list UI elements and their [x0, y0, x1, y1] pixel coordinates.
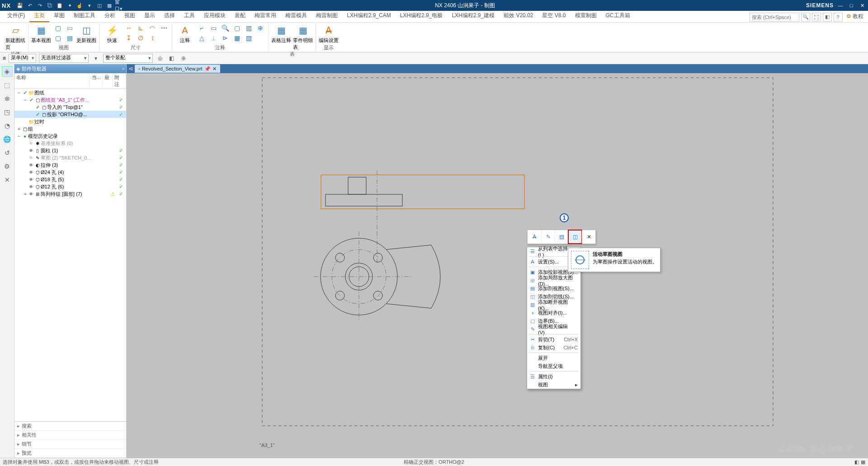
tree-row[interactable]: −●模型历史记录 [14, 132, 126, 140]
gd-icon[interactable]: ⌐ [197, 24, 207, 33]
save-icon[interactable]: 💾 [15, 1, 24, 10]
selection-filter-dropdown[interactable]: 无选择过滤器 [39, 54, 89, 63]
touch-icon[interactable]: ☝ [75, 1, 84, 10]
context-menu-item[interactable]: ◎添加局部放大图(D)... [527, 276, 580, 284]
new-sheet-button[interactable]: ▱新建图纸页 [5, 24, 25, 51]
search-go-icon[interactable]: 🔍 [801, 13, 810, 22]
status-icon-1[interactable]: ◧ [854, 459, 859, 465]
context-menu-item[interactable]: 导航至父项 [527, 362, 580, 370]
radial-btn-0[interactable]: A̶ [528, 230, 541, 244]
tab-lxh-model[interactable]: LXH编程2.9_建模 [447, 10, 499, 22]
tab-assembly[interactable]: 装配 [230, 10, 250, 22]
window-list-icon[interactable]: ▦ [105, 1, 114, 10]
tree-row[interactable]: 👁⬡Ø12 孔 (6)✓ [14, 183, 126, 190]
dim-more-icon[interactable]: ⋯ [159, 24, 169, 33]
minimize-button[interactable]: — [836, 1, 844, 9]
img-icon[interactable]: ▥ [244, 24, 254, 33]
col-c1[interactable]: 当... [90, 73, 103, 89]
tab-mlc3[interactable]: 梅雷制图 [311, 10, 342, 22]
tab-lxh-elec[interactable]: LXH编程2.9_电极 [396, 10, 448, 22]
dim-linear-icon[interactable]: ↔ [124, 24, 134, 33]
aux-view-icon[interactable]: ▢ [53, 33, 63, 42]
pin-icon[interactable]: 📌 [204, 66, 211, 72]
tab-mlc2[interactable]: 梅雷模具 [281, 10, 311, 22]
tab-prev-icon[interactable]: ⊲ [128, 66, 133, 72]
tree-row[interactable]: ✓▢投影 "ORTHO@...✓ [14, 111, 126, 118]
rect-icon[interactable]: ▢ [232, 24, 242, 33]
target-icon[interactable]: ⊕ [255, 24, 265, 33]
weld-icon[interactable]: ⟂ [208, 33, 218, 42]
radial-btn-1[interactable]: ✎ [541, 230, 555, 244]
table-note-button[interactable]: ▦表格注释 [271, 24, 291, 44]
tree-row[interactable]: 📁过时 [14, 118, 126, 125]
tab-drawing2[interactable]: 模室制图 [571, 10, 601, 22]
assembly-filter-dropdown[interactable]: 整个装配 [103, 54, 153, 63]
qa-icon[interactable]: ✦ [65, 1, 74, 10]
navigator-pin-icon[interactable]: ▫ [123, 66, 124, 71]
col-c2[interactable]: 最 [103, 73, 113, 89]
tab-mlc1[interactable]: 梅雷常用 [250, 10, 281, 22]
help-icon[interactable]: ? [834, 13, 843, 22]
copy-icon[interactable]: ⿻ [45, 1, 54, 10]
tree-row[interactable]: 👁⬡Ø18 孔 (5)✓ [14, 176, 126, 183]
col-name[interactable]: 名称 [14, 73, 90, 89]
dim-dia-icon[interactable]: ∅ [136, 33, 146, 42]
tab-sketch[interactable]: 草图 [49, 10, 69, 22]
tab-select[interactable]: 选择 [160, 10, 179, 22]
context-menu-item[interactable]: ✎视图相关编辑(V)... [527, 325, 580, 333]
layout-icon[interactable]: ◧ [823, 13, 832, 22]
quick-dim-button[interactable]: ⚡快速 [102, 24, 122, 44]
surf-icon[interactable]: ⊳ [220, 33, 230, 42]
tab-app[interactable]: 应用模块 [199, 10, 230, 22]
nav-section-related[interactable]: ▸相关性 [14, 431, 126, 440]
col-c3[interactable]: 附注 [113, 73, 126, 89]
tab-lxh-cam[interactable]: LXH编程2.9_CAM [342, 10, 395, 22]
context-menu-item[interactable]: ⎘复制(C)Ctrl+C [527, 344, 580, 352]
constraint-nav-icon[interactable]: ⊗ [2, 93, 13, 104]
tab-analysis[interactable]: 分析 [100, 10, 120, 22]
dim-arc-icon[interactable]: ◠ [147, 24, 157, 33]
nav-section-preview[interactable]: ▸预览 [14, 449, 126, 458]
tbl-icon[interactable]: ▨ [244, 33, 254, 42]
status-icon-2[interactable]: ▦ [861, 459, 865, 465]
command-search-input[interactable] [750, 13, 799, 22]
radial-btn-2[interactable]: ▤ [555, 230, 568, 244]
tab-nx[interactable]: 能效 V20.02 [499, 10, 538, 22]
part-navigator-icon[interactable]: ◈ [2, 66, 13, 77]
radial-btn-3[interactable]: ◫ [568, 230, 582, 244]
roles-icon[interactable]: ⚙ [2, 161, 13, 172]
window-menu[interactable]: 窗口▾ [115, 1, 124, 10]
graphics-canvas[interactable]: 1 A̶✎▤◫✕ ☰从列表中选择(L)...A̶设置(S)...▣添加投影视图(… [127, 73, 868, 458]
navigator-tree[interactable]: −✓📁图纸−✓▢图纸页 "A3_1" (工作...✓✓▢导入的 "Top@1"✓… [14, 89, 126, 421]
tree-row[interactable]: +▢组 [14, 125, 126, 132]
tools-icon[interactable]: ✕ [2, 174, 13, 185]
reuse-lib-icon[interactable]: ◳ [2, 107, 13, 118]
context-menu-item[interactable]: ✂剪切(T)Ctrl+X [527, 335, 580, 344]
tutorial-link[interactable]: ⚙ 教程 [844, 12, 865, 22]
tree-row[interactable]: −✓▢图纸页 "A3_1" (工作...✓ [14, 96, 126, 104]
dim-vert-icon[interactable]: ↧ [124, 33, 134, 42]
tab-drawing-tools[interactable]: 制图工具 [69, 10, 100, 22]
datum-icon[interactable]: △ [197, 33, 207, 42]
context-menu-item[interactable]: ▤添加剖视图(S)... [527, 284, 580, 292]
nav-section-search[interactable]: ▸搜索 [14, 422, 126, 431]
hamburger-icon[interactable]: ≡ [3, 55, 6, 61]
update-view-button[interactable]: ◫更新视图 [76, 24, 96, 44]
tab-home[interactable]: 主页 [29, 10, 49, 22]
hatch-icon[interactable]: ▦ [232, 33, 242, 42]
radial-btn-4[interactable]: ✕ [582, 230, 595, 244]
filter-icon[interactable]: ▾ [91, 54, 100, 63]
base-view-button[interactable]: ▦基本视图 [31, 24, 51, 44]
undo-icon[interactable]: ↶ [25, 1, 34, 10]
note-button[interactable]: A注释 [175, 24, 195, 44]
redo-icon[interactable]: ↷ [35, 1, 44, 10]
close-tab-icon[interactable]: ✕ [212, 66, 217, 72]
paste-icon[interactable]: 📋 [55, 1, 64, 10]
tree-row[interactable]: 👁⬡Ø24 孔 (4)✓ [14, 169, 126, 176]
parts-list-button[interactable]: ▦零件明细表 [293, 24, 313, 51]
context-menu-item[interactable]: 展开 [527, 354, 580, 362]
history-icon[interactable]: ↺ [2, 147, 13, 158]
context-menu-item[interactable]: ☰属性(I) [527, 372, 580, 381]
tree-row[interactable]: 👁✱基准坐标系 (0) [14, 140, 126, 147]
assembly-nav-icon[interactable]: ⬚ [2, 80, 13, 90]
